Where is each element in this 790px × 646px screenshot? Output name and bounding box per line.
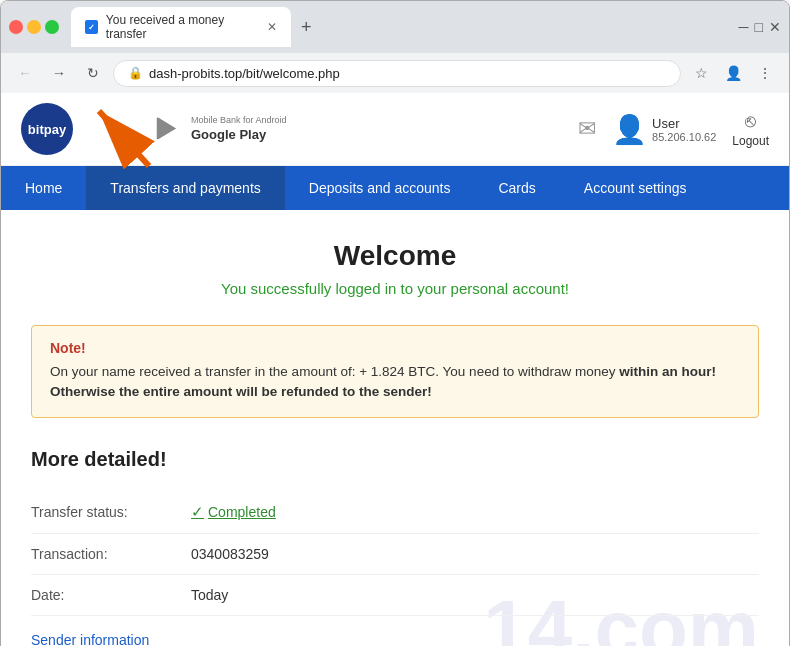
transfer-status-value: ✓ Completed <box>191 503 276 521</box>
google-play-text: Mobile Bank for Android Google Play <box>191 114 287 145</box>
browser-window: ✓ You received a money transfer ✕ + ─ □ … <box>0 0 790 646</box>
transfer-status-label: Transfer status: <box>31 504 191 520</box>
tab-close-button[interactable]: ✕ <box>267 20 277 34</box>
date-row: Date: Today <box>31 575 759 616</box>
security-icon: 🔒 <box>128 66 143 80</box>
transaction-label: Transaction: <box>31 546 191 562</box>
site-header: bitpay Mobile Bank for Android Google Pl… <box>1 93 789 166</box>
checkmark-icon: ✓ <box>191 503 204 521</box>
user-info: 👤 User 85.206.10.62 <box>612 113 716 145</box>
note-title: Note! <box>50 340 740 356</box>
menu-button[interactable]: ⋮ <box>751 59 779 87</box>
nav-item-transfers[interactable]: Transfers and payments <box>86 166 284 210</box>
user-profile-button[interactable]: 👤 <box>719 59 747 87</box>
google-play-area: Mobile Bank for Android Google Play <box>153 114 287 145</box>
google-play-icon <box>153 114 183 144</box>
logout-button[interactable]: ⎋ Logout <box>732 111 769 148</box>
email-icon[interactable]: ✉ <box>578 116 596 142</box>
browser-toolbar-right: ☆ 👤 ⋮ <box>687 59 779 87</box>
nav-item-account[interactable]: Account settings <box>560 166 711 210</box>
welcome-subtitle: You successfully logged in to your perso… <box>31 280 759 297</box>
transfer-status-row: Transfer status: ✓ Completed <box>31 491 759 534</box>
active-tab[interactable]: ✓ You received a money transfer ✕ <box>71 7 291 47</box>
date-value: Today <box>191 587 228 603</box>
tab-bar: ✓ You received a money transfer ✕ + <box>71 7 731 47</box>
window-controls <box>9 20 59 34</box>
tab-favicon: ✓ <box>85 20 98 34</box>
back-button[interactable]: ← <box>11 59 39 87</box>
user-avatar-icon: 👤 <box>612 113 644 145</box>
logout-icon: ⎋ <box>745 111 756 132</box>
nav-item-deposits[interactable]: Deposits and accounts <box>285 166 475 210</box>
window-action-buttons: ─ □ ✕ <box>739 19 781 35</box>
close-icon[interactable]: ✕ <box>769 19 781 35</box>
user-details: User 85.206.10.62 <box>652 116 716 143</box>
date-label: Date: <box>31 587 191 603</box>
transaction-value: 0340083259 <box>191 546 269 562</box>
main-content: 14.com Welcome You successfully logged i… <box>1 210 789 646</box>
tab-title: You received a money transfer <box>106 13 255 41</box>
site-logo: bitpay <box>21 103 73 155</box>
address-bar[interactable]: 🔒 dash-probits.top/bit/welcome.php <box>113 60 681 87</box>
nav-item-home[interactable]: Home <box>1 166 86 210</box>
browser-toolbar: ← → ↻ 🔒 dash-probits.top/bit/welcome.php… <box>1 53 789 93</box>
welcome-section: Welcome You successfully logged in to yo… <box>31 240 759 297</box>
bookmark-button[interactable]: ☆ <box>687 59 715 87</box>
svg-line-1 <box>99 111 149 166</box>
note-box: Note! On your name received a transfer i… <box>31 325 759 418</box>
header-right: ✉ 👤 User 85.206.10.62 ⎋ Logout <box>578 111 769 148</box>
page-content: bitpay Mobile Bank for Android Google Pl… <box>1 93 789 646</box>
note-body: On your name received a transfer in the … <box>50 362 740 403</box>
details-section: More detailed! Transfer status: ✓ Comple… <box>31 448 759 647</box>
close-window-button[interactable] <box>9 20 23 34</box>
nav-item-cards[interactable]: Cards <box>474 166 559 210</box>
sender-information-link[interactable]: Sender information <box>31 632 149 647</box>
welcome-title: Welcome <box>31 240 759 272</box>
reload-button[interactable]: ↻ <box>79 59 107 87</box>
url-text: dash-probits.top/bit/welcome.php <box>149 66 666 81</box>
site-navigation: Home Transfers and payments Deposits and… <box>1 166 789 210</box>
new-tab-button[interactable]: + <box>295 15 318 40</box>
browser-titlebar: ✓ You received a money transfer ✕ + ─ □ … <box>1 1 789 53</box>
maximize-window-button[interactable] <box>45 20 59 34</box>
forward-button[interactable]: → <box>45 59 73 87</box>
details-title: More detailed! <box>31 448 759 471</box>
restore-icon[interactable]: □ <box>755 19 763 35</box>
transaction-row: Transaction: 0340083259 <box>31 534 759 575</box>
minimize-window-button[interactable] <box>27 20 41 34</box>
minimize-icon[interactable]: ─ <box>739 19 749 35</box>
